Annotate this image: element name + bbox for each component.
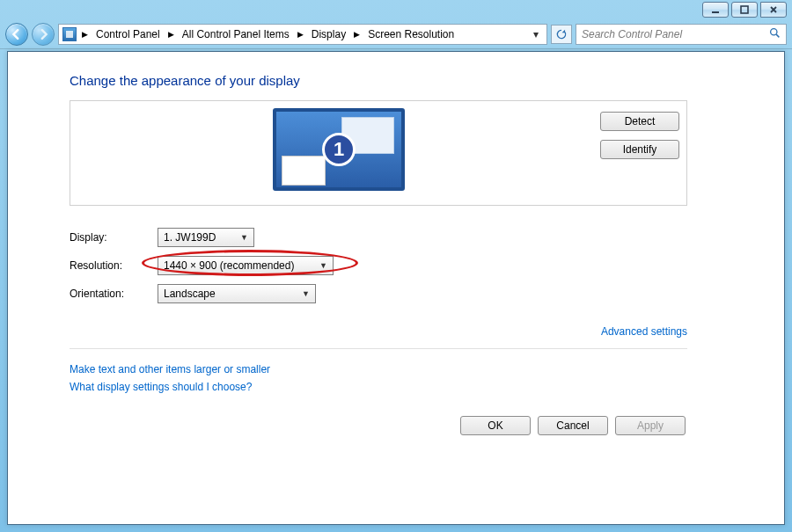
display-select[interactable]: 1. JW199D ▼	[158, 228, 254, 247]
detect-button[interactable]: Detect	[600, 112, 679, 131]
orientation-label: Orientation:	[70, 288, 158, 300]
address-dropdown[interactable]: ▾	[529, 28, 543, 40]
help-link[interactable]: What display settings should I choose?	[70, 381, 687, 393]
svg-point-3	[771, 28, 777, 34]
search-input[interactable]	[582, 28, 769, 40]
svg-rect-1	[741, 6, 748, 13]
control-panel-icon	[62, 27, 77, 41]
svg-rect-0	[712, 11, 719, 13]
window-icon	[282, 156, 326, 186]
chevron-right-icon: ▶	[166, 30, 176, 39]
close-button[interactable]	[760, 2, 787, 18]
orientation-select-value: Landscape	[164, 288, 216, 300]
monitor-thumbnail[interactable]: 1	[273, 108, 405, 191]
breadcrumb-item[interactable]: Screen Resolution	[365, 26, 457, 42]
ok-button[interactable]: OK	[460, 416, 531, 435]
cancel-button[interactable]: Cancel	[538, 416, 608, 435]
chevron-down-icon: ▼	[302, 289, 310, 298]
window-titlebar	[0, 0, 792, 19]
minimize-button[interactable]	[702, 2, 729, 18]
page-title: Change the appearance of your display	[70, 73, 687, 88]
forward-button[interactable]	[32, 23, 55, 46]
text-size-link[interactable]: Make text and other items larger or smal…	[70, 363, 687, 375]
search-box[interactable]	[576, 24, 787, 45]
breadcrumb-item[interactable]: All Control Panel Items	[180, 26, 292, 42]
refresh-button[interactable]	[551, 25, 572, 44]
display-preview-panel: 1 Detect Identify	[70, 100, 687, 206]
chevron-right-icon: ▶	[352, 30, 362, 39]
content-frame: Change the appearance of your display 1 …	[7, 51, 785, 525]
nav-bar: ▶ Control Panel ▶ All Control Panel Item…	[0, 19, 792, 49]
resolution-select[interactable]: 1440 × 900 (recommended) ▼	[158, 256, 334, 275]
address-bar[interactable]: ▶ Control Panel ▶ All Control Panel Item…	[58, 24, 547, 45]
settings-form: Display: 1. JW199D ▼ Resolution: 1440 × …	[70, 223, 687, 308]
display-select-value: 1. JW199D	[164, 231, 216, 244]
svg-line-4	[776, 34, 779, 37]
orientation-select[interactable]: Landscape ▼	[158, 284, 316, 303]
advanced-settings-link[interactable]: Advanced settings	[601, 325, 687, 338]
back-button[interactable]	[5, 23, 28, 46]
maximize-button[interactable]	[731, 2, 758, 18]
monitor-number-badge: 1	[322, 133, 356, 166]
svg-rect-2	[66, 31, 73, 38]
breadcrumb-item[interactable]: Control Panel	[93, 26, 163, 42]
identify-button[interactable]: Identify	[600, 140, 679, 159]
resolution-label: Resolution:	[70, 259, 158, 272]
apply-button: Apply	[615, 416, 686, 435]
chevron-down-icon: ▼	[240, 233, 248, 242]
resolution-select-value: 1440 × 900 (recommended)	[164, 259, 294, 272]
breadcrumb-item[interactable]: Display	[309, 26, 348, 42]
dialog-actions: OK Cancel Apply	[70, 416, 687, 435]
chevron-down-icon: ▼	[319, 261, 327, 270]
search-icon[interactable]	[769, 27, 781, 41]
display-label: Display:	[70, 231, 158, 244]
chevron-right-icon: ▶	[80, 30, 90, 39]
chevron-right-icon: ▶	[296, 30, 305, 39]
